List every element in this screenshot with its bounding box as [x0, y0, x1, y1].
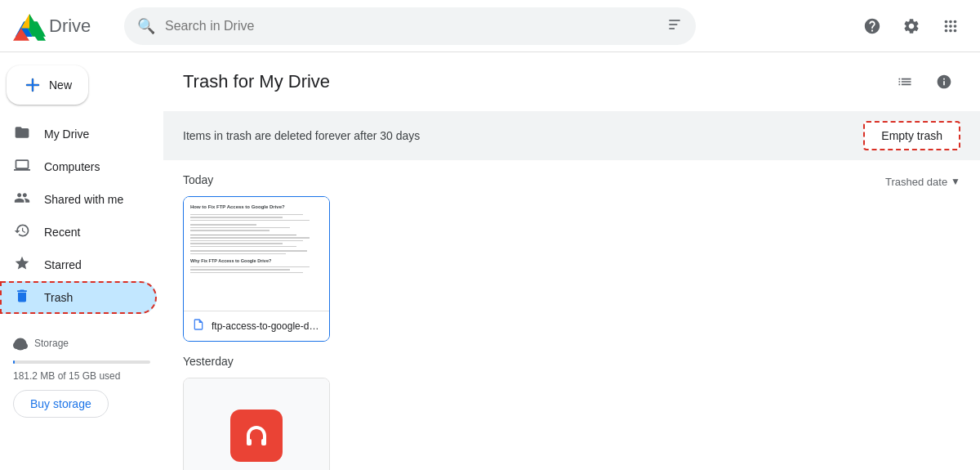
search-bar[interactable]: 🔍	[124, 7, 696, 45]
file-grid-yesterday: app-icon	[183, 378, 960, 470]
file-thumbnail-app	[184, 378, 329, 470]
file-name-doc: ftp-access-to-google-driv...	[212, 320, 321, 332]
new-button[interactable]: New	[7, 65, 88, 105]
app-name: Drive	[49, 16, 91, 37]
search-input[interactable]	[165, 19, 657, 34]
storage-bar	[13, 360, 15, 364]
sidebar-item-shared-label: Shared with me	[44, 193, 123, 206]
file-info: ftp-access-to-google-driv...	[184, 311, 329, 341]
empty-trash-button[interactable]: Empty trash	[863, 121, 960, 150]
svg-rect-3	[247, 439, 252, 445]
drive-logo-icon	[13, 10, 46, 43]
trash-icon	[13, 288, 31, 308]
apps-button[interactable]	[934, 10, 967, 43]
info-button[interactable]	[928, 65, 960, 98]
sort-label: Trashed date	[885, 176, 947, 188]
doc-type-icon	[192, 318, 205, 334]
storage-bar-container	[13, 360, 150, 364]
recent-icon	[13, 222, 31, 243]
header-actions	[889, 65, 960, 98]
sidebar-item-starred-label: Starred	[44, 258, 82, 271]
search-icon: 🔍	[137, 17, 155, 35]
my-drive-icon	[13, 124, 31, 145]
plus-icon	[23, 75, 42, 95]
settings-button[interactable]	[895, 10, 928, 43]
nav-section: My Drive Computers Shared with me	[0, 111, 163, 320]
app-thumbnail	[230, 410, 283, 462]
sidebar: New My Drive Computers	[0, 52, 163, 470]
main-area: New My Drive Computers	[0, 52, 980, 470]
sidebar-item-recent-label: Recent	[44, 226, 80, 239]
sidebar-item-computers-label: Computers	[44, 160, 100, 173]
svg-rect-4	[261, 439, 266, 445]
yesterday-section-label: Yesterday	[183, 355, 960, 368]
content-header: Trash for My Drive	[163, 52, 980, 105]
computers-icon	[13, 157, 31, 177]
info-banner: Items in trash are deleted forever after…	[163, 111, 980, 160]
logo-area: Drive	[13, 10, 111, 43]
new-button-label: New	[49, 78, 72, 92]
list-view-button[interactable]	[889, 65, 921, 98]
yesterday-section: Yesterday	[163, 355, 980, 470]
sidebar-item-trash[interactable]: Trash	[0, 281, 157, 314]
sort-chevron-icon: ▼	[951, 176, 960, 187]
sidebar-item-my-drive-label: My Drive	[44, 128, 89, 141]
today-section: Today Trashed date ▼ How to Fix FTP	[163, 160, 980, 355]
file-grid-today: How to Fix FTP Access to Google Drive?	[183, 196, 960, 342]
storage-label: Storage	[34, 338, 69, 349]
page-title: Trash for My Drive	[183, 71, 330, 92]
sidebar-item-my-drive[interactable]: My Drive	[0, 118, 157, 150]
info-banner-text: Items in trash are deleted forever after…	[183, 129, 420, 142]
sidebar-item-computers[interactable]: Computers	[0, 150, 157, 183]
file-thumbnail-doc: How to Fix FTP Access to Google Drive?	[184, 197, 329, 311]
storage-used-text: 181.2 MB of 15 GB used	[13, 370, 150, 382]
sidebar-item-shared[interactable]: Shared with me	[0, 183, 157, 216]
starred-icon	[13, 255, 31, 275]
top-bar: Drive 🔍	[0, 0, 980, 52]
top-icons	[856, 10, 967, 43]
list-item[interactable]: app-icon	[183, 378, 330, 470]
sidebar-item-recent[interactable]: Recent	[0, 216, 157, 248]
app-container: Drive 🔍	[0, 0, 980, 470]
buy-storage-button[interactable]: Buy storage	[13, 390, 109, 418]
today-section-label: Today	[183, 173, 213, 186]
filter-icon[interactable]	[666, 16, 683, 35]
sort-bar[interactable]: Trashed date ▼	[885, 176, 960, 188]
sidebar-item-starred[interactable]: Starred	[0, 248, 157, 281]
list-item[interactable]: How to Fix FTP Access to Google Drive?	[183, 196, 330, 342]
shared-icon	[13, 190, 31, 210]
help-button[interactable]	[856, 10, 889, 43]
content-area: Trash for My Drive Items in trash are de…	[163, 52, 980, 470]
sidebar-item-trash-label: Trash	[44, 291, 73, 304]
storage-icon	[13, 337, 28, 354]
storage-section: Storage 181.2 MB of 15 GB used Buy stora…	[0, 327, 163, 427]
